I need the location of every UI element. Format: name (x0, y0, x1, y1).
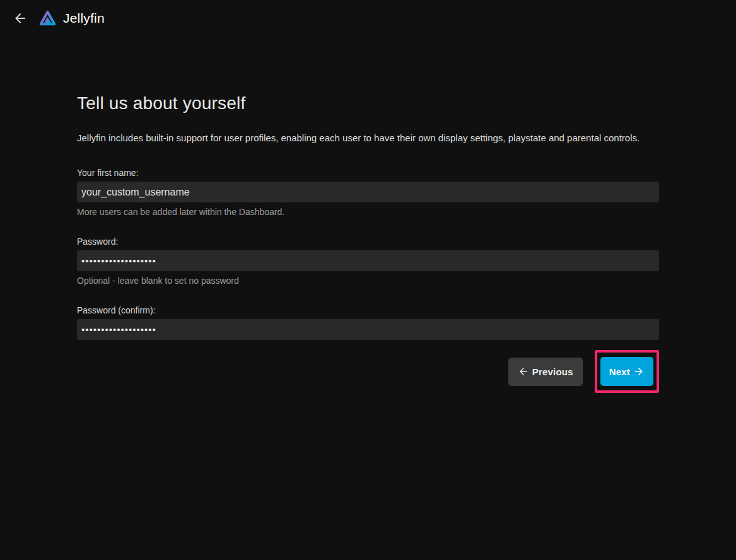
brand: Jellyfin (38, 9, 105, 28)
app-title: Jellyfin (63, 11, 105, 26)
previous-button[interactable]: Previous (508, 358, 583, 386)
username-label: Your first name: (77, 167, 659, 179)
wizard-buttons: Previous Next (77, 350, 659, 393)
top-header: Jellyfin (0, 0, 736, 37)
next-button-label: Next (609, 366, 630, 377)
previous-button-label: Previous (532, 366, 573, 377)
page-description: Jellyfin includes built-in support for u… (77, 132, 659, 144)
next-button[interactable]: Next (600, 357, 653, 386)
password-field: Password: Optional - leave blank to set … (77, 236, 659, 286)
page-title: Tell us about yourself (77, 92, 659, 115)
password-helper: Optional - leave blank to set no passwor… (77, 275, 659, 286)
username-helper: More users can be added later within the… (77, 206, 659, 218)
password-input[interactable] (77, 250, 659, 271)
arrow-left-icon (518, 366, 529, 377)
arrow-right-icon (633, 366, 645, 377)
confirm-password-label: Password (confirm): (77, 305, 659, 317)
username-input[interactable] (77, 182, 659, 202)
next-button-highlight-box: Next (595, 350, 659, 393)
confirm-password-input[interactable] (77, 319, 659, 340)
arrow-left-icon (13, 11, 28, 26)
username-field: Your first name: More users can be added… (77, 167, 659, 218)
confirm-password-field: Password (confirm): (77, 305, 659, 340)
password-label: Password: (77, 236, 659, 248)
back-button[interactable] (8, 6, 33, 31)
wizard-content: Tell us about yourself Jellyfin includes… (77, 92, 659, 393)
jellyfin-logo-icon (38, 9, 57, 28)
